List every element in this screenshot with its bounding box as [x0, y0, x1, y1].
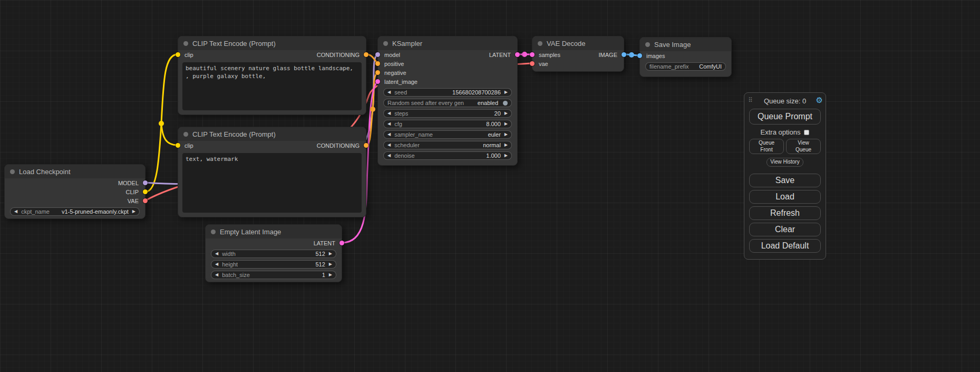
arrow-right-icon[interactable]: ▶: [132, 208, 135, 215]
widget-sampler-name[interactable]: ◀ sampler_name euler ▶: [383, 130, 512, 139]
widget-ckpt-name[interactable]: ◀ ckpt_name v1-5-pruned-emaonly.ckpt ▶: [10, 207, 140, 216]
arrow-right-icon[interactable]: ▶: [504, 141, 508, 149]
collapse-dot-icon[interactable]: [538, 41, 542, 46]
toggle-knob-icon[interactable]: [503, 101, 508, 106]
conditioning-output-dot[interactable]: [364, 52, 368, 57]
load-button[interactable]: Load: [749, 190, 821, 204]
arrow-right-icon[interactable]: ▶: [504, 110, 508, 117]
arrow-left-icon[interactable]: ◀: [387, 89, 391, 96]
prompt-text-input[interactable]: beautiful scenery nature glass bottle la…: [182, 62, 362, 110]
collapse-dot-icon[interactable]: [183, 132, 188, 137]
conditioning-output-dot[interactable]: [364, 143, 368, 148]
collapse-dot-icon[interactable]: [383, 41, 388, 46]
node-vae-decode[interactable]: VAE Decode samples IMAGE vae: [532, 36, 624, 72]
node-header[interactable]: VAE Decode: [532, 36, 624, 50]
prompt-text-input[interactable]: text, watermark: [182, 153, 362, 213]
view-queue-button[interactable]: View Queue: [786, 139, 821, 154]
slot-label: CONDITIONING: [317, 142, 360, 149]
widget-seed[interactable]: ◀ seed 156680208700286 ▶: [383, 88, 512, 97]
widget-random-seed-toggle[interactable]: Random seed after every gen enabled: [383, 99, 512, 107]
positive-input-dot[interactable]: [375, 61, 380, 66]
widget-denoise[interactable]: ◀ denoise 1.000 ▶: [383, 151, 512, 160]
node-title: CLIP Text Encode (Prompt): [192, 40, 276, 47]
extra-options-row: Extra options: [749, 128, 821, 136]
arrow-left-icon[interactable]: ◀: [387, 152, 391, 159]
slot-label: LATENT: [314, 240, 335, 246]
images-input-dot[interactable]: [637, 53, 642, 58]
arrow-right-icon[interactable]: ▶: [329, 271, 332, 279]
arrow-left-icon[interactable]: ◀: [387, 110, 391, 117]
arrow-left-icon[interactable]: ◀: [215, 271, 218, 279]
extra-options-checkbox[interactable]: [804, 130, 809, 135]
widget-width[interactable]: ◀ width 512 ▶: [211, 250, 336, 258]
slot-label: MODEL: [118, 180, 139, 186]
arrow-right-icon[interactable]: ▶: [504, 131, 508, 138]
widget-steps[interactable]: ◀ steps 20 ▶: [383, 109, 512, 118]
queue-prompt-button[interactable]: Queue Prompt: [749, 109, 821, 125]
settings-gear-icon[interactable]: ⚙: [816, 96, 823, 105]
collapse-dot-icon[interactable]: [183, 41, 188, 46]
model-input-dot[interactable]: [375, 52, 380, 57]
node-header[interactable]: Empty Latent Image: [206, 225, 342, 239]
arrow-left-icon[interactable]: ◀: [215, 250, 218, 257]
drag-handle-icon[interactable]: ⠿: [748, 97, 753, 104]
node-graph-canvas[interactable]: Load Checkpoint MODEL CLIP VAE ◀ ckpt_na…: [0, 0, 980, 372]
arrow-left-icon[interactable]: ◀: [387, 131, 391, 138]
clip-input-dot[interactable]: [176, 143, 180, 148]
save-button[interactable]: Save: [749, 174, 821, 187]
collapse-dot-icon[interactable]: [645, 42, 650, 47]
widget-cfg[interactable]: ◀ cfg 8.000 ▶: [383, 120, 512, 128]
node-title: VAE Decode: [547, 40, 585, 47]
samples-input-dot[interactable]: [530, 52, 535, 57]
queue-panel: ⠿ Queue size: 0 ⚙ Queue Prompt Extra opt…: [744, 92, 826, 260]
node-clip-text-encode-negative[interactable]: CLIP Text Encode (Prompt) clip CONDITION…: [178, 127, 366, 217]
view-history-button[interactable]: View History: [766, 158, 803, 167]
node-title: KSampler: [392, 40, 422, 47]
latent-image-input-dot[interactable]: [375, 79, 380, 84]
collapse-dot-icon[interactable]: [10, 169, 15, 174]
widget-height[interactable]: ◀ height 512 ▶: [211, 260, 336, 269]
image-output-dot[interactable]: [622, 52, 626, 57]
clip-input-dot[interactable]: [176, 52, 180, 57]
widget-filename-prefix[interactable]: filename_prefix ComfyUI: [645, 62, 726, 71]
node-header[interactable]: Save Image: [640, 37, 731, 51]
latent-output-dot[interactable]: [339, 241, 344, 245]
arrow-right-icon[interactable]: ▶: [329, 261, 332, 268]
clear-button[interactable]: Clear: [749, 223, 821, 236]
arrow-right-icon[interactable]: ▶: [504, 152, 508, 159]
slot-label: clip: [185, 142, 193, 149]
node-ksampler[interactable]: KSampler model LATENT positive negative …: [377, 36, 518, 166]
refresh-button[interactable]: Refresh: [749, 206, 821, 220]
widget-batch-size[interactable]: ◀ batch_size 1 ▶: [211, 271, 336, 279]
arrow-left-icon[interactable]: ◀: [387, 141, 391, 149]
node-header[interactable]: KSampler: [378, 36, 517, 50]
node-load-checkpoint[interactable]: Load Checkpoint MODEL CLIP VAE ◀ ckpt_na…: [4, 164, 145, 219]
arrow-left-icon[interactable]: ◀: [215, 261, 218, 268]
load-default-button[interactable]: Load Default: [749, 239, 821, 253]
arrow-left-icon[interactable]: ◀: [14, 208, 17, 215]
negative-input-dot[interactable]: [375, 70, 380, 75]
model-output-dot[interactable]: [143, 180, 148, 185]
slot-row: clip CONDITIONING: [178, 50, 366, 59]
node-clip-text-encode-positive[interactable]: CLIP Text Encode (Prompt) clip CONDITION…: [178, 36, 366, 115]
node-header[interactable]: CLIP Text Encode (Prompt): [178, 127, 366, 141]
vae-output-dot[interactable]: [143, 198, 148, 203]
node-empty-latent-image[interactable]: Empty Latent Image LATENT ◀ width 512 ▶ …: [205, 224, 342, 282]
clip-output-dot[interactable]: [143, 189, 148, 194]
wire-midpoint-dot-image: [629, 52, 634, 58]
widget-scheduler[interactable]: ◀ scheduler normal ▶: [383, 141, 512, 149]
arrow-right-icon[interactable]: ▶: [504, 120, 508, 128]
node-save-image[interactable]: Save Image images filename_prefix ComfyU…: [639, 37, 732, 77]
queue-front-button[interactable]: Queue Front: [749, 139, 784, 154]
arrow-left-icon[interactable]: ◀: [387, 120, 391, 128]
slot-label: vae: [539, 61, 548, 67]
latent-output-dot[interactable]: [515, 52, 520, 57]
arrow-right-icon[interactable]: ▶: [504, 89, 508, 96]
vae-input-dot[interactable]: [530, 61, 535, 66]
node-header[interactable]: CLIP Text Encode (Prompt): [178, 36, 366, 50]
arrow-right-icon[interactable]: ▶: [329, 250, 332, 257]
collapse-dot-icon[interactable]: [211, 230, 216, 234]
output-slot-vae: VAE: [5, 196, 145, 205]
node-header[interactable]: Load Checkpoint: [5, 165, 145, 178]
slot-row: samples IMAGE: [532, 50, 624, 59]
